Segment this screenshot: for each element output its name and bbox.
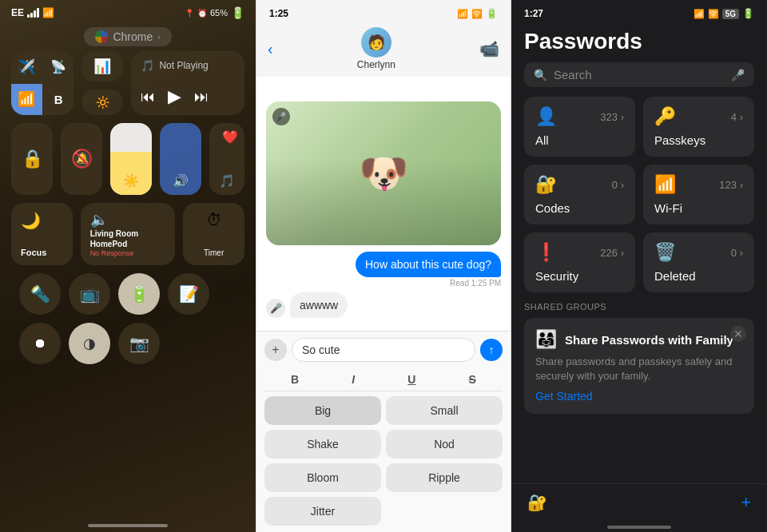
carrier-label: EE — [11, 7, 24, 18]
message-input[interactable]: So cute — [292, 338, 475, 362]
volume-slider[interactable]: 🔊 — [160, 123, 201, 195]
search-bar[interactable]: 🔍 Search 🎤 — [524, 62, 754, 87]
brightness-slider[interactable]: ☀️ — [110, 123, 152, 195]
share-card-title: Share Passwords with Family — [565, 333, 733, 347]
timer-control[interactable]: ⏱ Timer — [183, 203, 244, 265]
video-call-btn[interactable]: 📹 — [479, 39, 499, 58]
mic-overlay-icon: 🎤 — [272, 108, 290, 125]
bold-btn[interactable]: B — [284, 371, 305, 387]
deleted-icon: 🗑️ — [654, 242, 676, 263]
bar4 — [37, 8, 39, 18]
silent-mode-btn[interactable]: 🔕 — [61, 123, 102, 195]
bluetooth-btn[interactable]: B — [43, 84, 74, 116]
passwords-panel: 1:27 📶 🛜 5G 🔋 Passwords 🔍 Search 🎤 👤 323… — [511, 0, 767, 532]
cellular-btn[interactable]: 📊 — [81, 51, 123, 81]
bell-slash-icon: 🔕 — [71, 149, 93, 169]
effect-ripple-label: Ripple — [428, 471, 460, 484]
notes-btn[interactable]: 📝 — [168, 273, 209, 315]
airdrop-btn[interactable]: 📡 — [43, 51, 74, 83]
close-card-btn[interactable]: ✕ — [730, 326, 746, 342]
effect-shake-btn[interactable]: Shake — [264, 430, 381, 459]
alarm-icon: ⏰ — [197, 9, 207, 18]
effect-big-btn[interactable]: Big — [264, 396, 381, 425]
pwd-status-icons: 📶 🛜 5G 🔋 — [693, 8, 754, 19]
wifi-category[interactable]: 📶 123 › Wi-Fi — [643, 165, 754, 224]
back-btn[interactable]: ‹ — [268, 40, 273, 58]
chrome-pill[interactable]: Chrome › — [84, 27, 171, 46]
attachment-btn[interactable]: + — [264, 339, 287, 361]
effect-nod-btn[interactable]: Nod — [386, 430, 503, 459]
pwd-signal-icon: 📶 — [693, 9, 705, 19]
mic-reaction-icon: 🎤 — [270, 303, 282, 314]
heart-icon: ❤️ — [222, 129, 238, 145]
screen-mirror-btn[interactable]: 📺 — [69, 273, 110, 315]
wifi-btn[interactable]: 📶 — [11, 84, 42, 116]
notes-icon: 📝 — [179, 284, 199, 304]
effect-ripple-btn[interactable]: Ripple — [386, 463, 503, 492]
share-card-description: Share passwords and passkeys safely and … — [535, 355, 743, 383]
effect-jitter-label: Jitter — [311, 505, 335, 518]
security-category[interactable]: ❗ 226 › Security — [524, 232, 635, 292]
appearance-btn[interactable]: ◑ — [69, 323, 110, 364]
prev-track-btn[interactable]: ⏮ — [141, 89, 155, 105]
strikethrough-btn[interactable]: S — [463, 371, 483, 387]
codes-label: Codes — [535, 201, 624, 215]
avatar-emoji: 🧑 — [368, 34, 385, 51]
media-app-icon: 🎵 — [141, 59, 154, 72]
all-label: All — [535, 133, 624, 147]
appearance-icon: ◑ — [83, 335, 96, 352]
airplane-mode-btn[interactable]: ✈️ — [11, 51, 42, 83]
all-category[interactable]: 👤 323 › All — [524, 97, 635, 157]
effect-jitter-btn[interactable]: Jitter — [264, 497, 381, 526]
effect-big-label: Big — [315, 404, 331, 417]
focus-control[interactable]: 🌙 Focus — [11, 203, 73, 265]
camera-btn[interactable]: 📷 — [118, 323, 160, 364]
battery-widget-btn[interactable]: 🔋 — [118, 273, 160, 315]
moon-icon: 🌙 — [21, 211, 63, 230]
battery-small-icon: 🔋 — [129, 284, 149, 304]
passwords-bottom-icon[interactable]: 🔐 — [527, 493, 547, 512]
reaction-btn[interactable]: 🎤 — [266, 299, 285, 318]
focus-dot-btn[interactable]: 🔆 — [81, 89, 123, 115]
effect-bloom-btn[interactable]: Bloom — [264, 463, 381, 492]
media-controls: ⏮ ▶ ⏭ — [141, 86, 235, 107]
add-password-btn[interactable]: + — [741, 492, 751, 513]
passkeys-category[interactable]: 🔑 4 › Passkeys — [643, 97, 754, 157]
homepod-icon: 🔈 — [90, 211, 166, 228]
flashlight-btn[interactable]: 🔦 — [19, 273, 61, 315]
search-input[interactable]: Search — [554, 68, 725, 81]
input-row: + So cute ↑ — [264, 338, 503, 362]
control-center-panel: EE 📶 📍 ⏰ 65% 🔋 Chrome › ✈️ — [0, 0, 256, 532]
music-note-icon: 🎵 — [219, 173, 235, 189]
get-started-btn[interactable]: Get Started — [535, 390, 743, 403]
network-controls: ✈️ 📡 📶 B — [11, 51, 74, 115]
homepod-control[interactable]: 🔈 Living Room HomePod No Response — [81, 203, 176, 265]
next-track-btn[interactable]: ⏭ — [194, 89, 209, 105]
effect-nod-label: Nod — [434, 438, 455, 451]
codes-category[interactable]: 🔐 0 › Codes — [524, 165, 635, 224]
deleted-label: Deleted — [654, 269, 743, 283]
passkeys-label: Passkeys — [654, 133, 743, 147]
send-arrow-icon: ↑ — [489, 343, 495, 356]
security-icon: ❗ — [535, 242, 557, 263]
wifi-ctrl-icon: 📶 — [18, 90, 35, 108]
contact-avatar[interactable]: 🧑 — [361, 27, 391, 58]
send-btn[interactable]: ↑ — [480, 339, 503, 361]
small-controls-row: 🔦 📺 🔋 📝 — [11, 273, 244, 315]
record-icon: ⏺ — [34, 336, 46, 351]
italic-btn[interactable]: I — [345, 371, 361, 387]
microphone-icon[interactable]: 🎤 — [731, 69, 745, 81]
pwd-time: 1:27 — [524, 8, 543, 19]
effect-small-btn[interactable]: Small — [386, 396, 503, 425]
underline-btn[interactable]: U — [401, 371, 422, 387]
wifi-cell-top: 📶 123 › — [654, 174, 743, 195]
bar1 — [27, 14, 30, 18]
play-pause-btn[interactable]: ▶ — [168, 86, 181, 107]
screen-lock-btn[interactable]: 🔒 — [11, 123, 53, 195]
record-btn[interactable]: ⏺ — [19, 323, 61, 364]
passwords-bottom-bar: 🔐 + — [511, 483, 767, 526]
deleted-category[interactable]: 🗑️ 0 › Deleted — [643, 232, 754, 292]
battery-pct: 65% — [210, 8, 228, 18]
media-control-block: 🎵 Not Playing ⏮ ▶ ⏭ — [131, 51, 244, 115]
all-count: 323 › — [600, 111, 624, 123]
